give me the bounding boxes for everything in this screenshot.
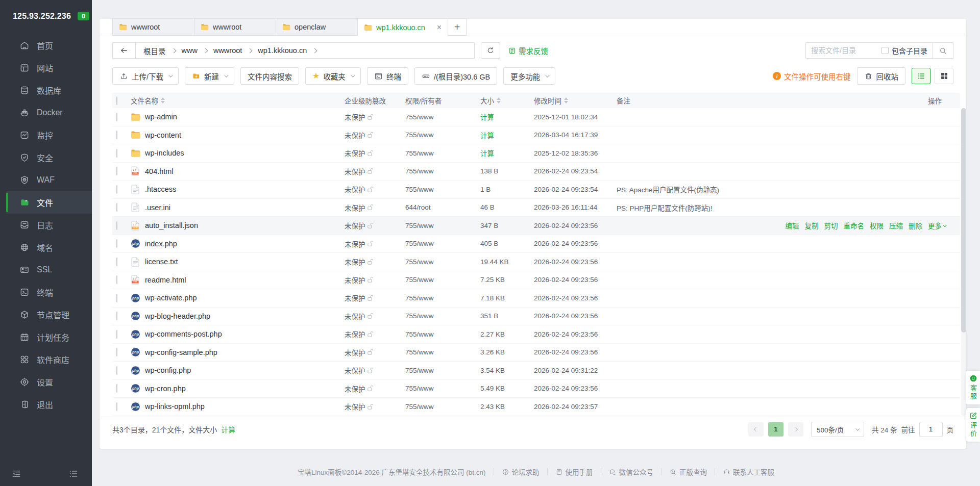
protect-status[interactable]: 未保护 — [345, 311, 365, 321]
table-row[interactable]: phpwp-cron.php未保护755/www5.49 KB2026-02-2… — [112, 380, 960, 398]
row-checkbox[interactable] — [116, 348, 117, 356]
search-button[interactable] — [933, 42, 953, 59]
file-name[interactable]: wp-cron.php — [145, 385, 186, 393]
protect-status[interactable]: 未保护 — [345, 293, 365, 303]
sidebar-item-appstore[interactable]: 软件商店 — [6, 348, 92, 371]
protect-status[interactable]: 未保护 — [345, 239, 365, 249]
current-page-button[interactable]: 1 — [768, 422, 783, 437]
tab-wwwroot[interactable]: wwwroot — [112, 18, 194, 36]
permission-owner[interactable]: 755/www — [405, 385, 480, 392]
table-row[interactable]: phpwp-links-opml.php未保护755/www2.43 KB202… — [112, 398, 960, 416]
add-tab-button[interactable]: + — [448, 18, 467, 36]
file-name[interactable]: license.txt — [145, 258, 178, 266]
new-button[interactable]: 新建 — [185, 67, 234, 85]
sidebar-item-logout[interactable]: 退出 — [6, 393, 92, 416]
sidebar-item-node[interactable]: 节点管理 — [6, 303, 92, 326]
permission-owner[interactable]: 755/www — [405, 403, 480, 411]
row-checkbox[interactable] — [116, 384, 117, 393]
file-name[interactable]: wp-config.php — [145, 366, 191, 374]
row-checkbox[interactable] — [116, 239, 117, 248]
file-name[interactable]: .htaccess — [145, 185, 176, 193]
footer-link-微信公众号[interactable]: 微信公众号 — [609, 467, 654, 477]
row-checkbox[interactable] — [116, 149, 117, 158]
table-row[interactable]: phpwp-blog-header.php未保护755/www351 B2026… — [112, 308, 960, 326]
table-row[interactable]: .htaccess未保护755/www1 B2026-02-24 09:23:5… — [112, 181, 960, 199]
breadcrumb-segment[interactable]: wwwroot — [213, 46, 242, 55]
file-name[interactable]: 404.html — [145, 167, 174, 175]
footer-link-正版查询[interactable]: 正版查询 — [669, 467, 707, 477]
tab-wp1.kkkouo.cn[interactable]: wp1.kkkouo.cn× — [357, 18, 448, 36]
row-checkbox[interactable] — [116, 203, 117, 212]
protect-status[interactable]: 未保护 — [345, 347, 365, 357]
permission-owner[interactable]: 755/www — [405, 312, 480, 320]
protect-status[interactable]: 未保护 — [345, 130, 365, 140]
tab-openclaw[interactable]: openclaw — [276, 18, 357, 36]
search-input[interactable] — [811, 46, 878, 55]
table-row[interactable]: HTML404.html未保护755/www138 B2026-02-24 09… — [112, 163, 960, 181]
row-action-重命名[interactable]: 重命名 — [844, 220, 865, 231]
message-count-badge[interactable]: 0 — [78, 12, 89, 20]
row-checkbox[interactable] — [116, 366, 117, 375]
protect-status[interactable]: 未保护 — [345, 148, 365, 158]
sidebar-item-domain[interactable]: 域名 — [6, 236, 92, 259]
row-action-复制[interactable]: 复制 — [805, 220, 819, 231]
per-page-select[interactable]: 500条/页 — [811, 422, 864, 437]
file-name[interactable]: wp-admin — [145, 113, 177, 121]
terminal-button[interactable]: 终端 — [367, 67, 408, 85]
sort-icons[interactable] — [564, 97, 568, 104]
sidebar-item-files[interactable]: 文件 — [6, 191, 92, 214]
permission-owner[interactable]: 755/www — [405, 149, 480, 157]
goto-page-input[interactable] — [919, 422, 943, 437]
sidebar-item-database[interactable]: 数据库 — [6, 79, 92, 101]
file-size[interactable]: 计算 — [480, 150, 494, 158]
more-functions-button[interactable]: 更多功能 — [503, 67, 555, 85]
permission-owner[interactable]: 755/www — [405, 113, 480, 121]
table-row[interactable]: phpindex.php未保护755/www405 B2026-02-24 09… — [112, 235, 960, 253]
calc-size-link[interactable]: 计算 — [221, 424, 235, 434]
file-name[interactable]: wp-includes — [145, 149, 184, 157]
table-row[interactable]: license.txt未保护755/www19.44 KB2026-02-24 … — [112, 253, 960, 271]
table-row[interactable]: JSONauto_install.json未保护755/www347 B2026… — [112, 217, 960, 235]
breadcrumb-segment[interactable]: wp1.kkkouo.cn — [258, 46, 307, 55]
table-row[interactable]: phpwp-config.php未保护755/www3.54 KB2026-02… — [112, 362, 960, 380]
footer-link-论坛求助[interactable]: 论坛求助 — [502, 467, 540, 477]
permission-owner[interactable]: 755/www — [405, 240, 480, 247]
back-button[interactable] — [113, 43, 136, 58]
upload-download-button[interactable]: 上传/下载 — [112, 67, 179, 85]
tab-wwwroot[interactable]: wwwroot — [194, 18, 276, 36]
table-row[interactable]: .user.ini未保护644/root46 B2026-03-26 16:11… — [112, 199, 960, 217]
file-name[interactable]: wp-activate.php — [145, 294, 197, 302]
sort-icons[interactable] — [161, 97, 165, 104]
list-view-button[interactable] — [912, 68, 930, 84]
file-name[interactable]: wp-comments-post.php — [145, 330, 222, 338]
protect-status[interactable]: 未保护 — [345, 112, 365, 122]
file-name[interactable]: wp-blog-header.php — [145, 312, 210, 320]
include-subdir-checkbox[interactable] — [881, 47, 889, 54]
row-action-压缩[interactable]: 压缩 — [889, 220, 903, 231]
table-scrollbar[interactable] — [961, 108, 966, 416]
row-checkbox[interactable] — [116, 402, 117, 411]
protect-status[interactable]: 未保护 — [345, 184, 365, 194]
prev-page-button[interactable] — [748, 422, 764, 437]
sidebar-item-waf[interactable]: WAF — [6, 169, 92, 191]
permission-owner[interactable]: 755/www — [405, 367, 480, 374]
file-size[interactable]: 计算 — [480, 132, 494, 140]
sidebar-item-settings[interactable]: 设置 — [6, 371, 92, 393]
protect-status[interactable]: 未保护 — [345, 275, 365, 285]
file-name[interactable]: wp-content — [145, 131, 181, 139]
row-checkbox[interactable] — [116, 258, 117, 266]
file-size[interactable]: 计算 — [480, 114, 494, 121]
table-row[interactable]: phpwp-comments-post.php未保护755/www2.27 KB… — [112, 325, 960, 344]
row-checkbox[interactable] — [116, 312, 117, 320]
row-checkbox[interactable] — [116, 294, 117, 302]
table-row[interactable]: phpwp-config-sample.php未保护755/www3.26 KB… — [112, 344, 960, 362]
sidebar-item-logs[interactable]: 日志 — [6, 214, 92, 236]
sidebar-collapse-icon[interactable] — [11, 469, 21, 479]
table-row[interactable]: wp-includes未保护755/www计算2025-12-02 18:35:… — [112, 144, 960, 163]
row-checkbox[interactable] — [116, 330, 117, 339]
row-action-删除[interactable]: 删除 — [909, 220, 922, 231]
rate-widget[interactable]: 评价 — [966, 408, 980, 442]
footer-link-联系人工客服[interactable]: 联系人工客服 — [723, 467, 774, 477]
col-filename[interactable]: 文件名称 — [131, 95, 345, 106]
permission-owner[interactable]: 644/root — [405, 203, 480, 211]
